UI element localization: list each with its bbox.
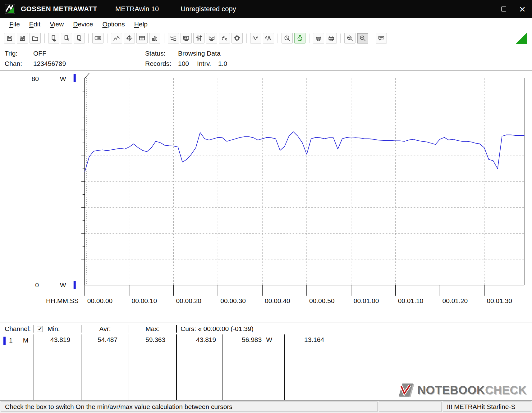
min-header-cell: ✓ Min: bbox=[34, 325, 81, 333]
memory-read-icon bbox=[234, 35, 241, 42]
min-value: 43.819 bbox=[34, 334, 81, 400]
trig-value: OFF bbox=[33, 48, 46, 58]
svg-text:00:01:30: 00:01:30 bbox=[487, 297, 512, 304]
crosshair-cursor-button[interactable] bbox=[124, 33, 135, 43]
status-label: Status: bbox=[145, 48, 178, 58]
maximize-icon bbox=[501, 7, 506, 11]
cursor-header: Curs: « 00:00:00 (-01:39) bbox=[176, 325, 532, 333]
menu-item-options[interactable]: Options bbox=[98, 19, 129, 30]
menu-item-edit[interactable]: Edit bbox=[25, 19, 45, 30]
print-icon bbox=[328, 35, 335, 42]
save-all-icon bbox=[19, 35, 26, 42]
data-transfer-icon bbox=[170, 35, 177, 42]
trigger-channel-info: Trig: OFF Chan: 123456789 bbox=[5, 48, 145, 70]
time-zoom-button[interactable] bbox=[282, 33, 293, 43]
chart-panel[interactable]: 00:00:0000:00:1000:00:2000:00:3000:00:40… bbox=[0, 70, 532, 323]
close-button[interactable]: × bbox=[513, 0, 532, 18]
statusbar-spacer bbox=[379, 402, 442, 412]
menu-item-file[interactable]: File bbox=[5, 19, 25, 30]
gossen-metrawatt-logo bbox=[5, 3, 16, 15]
device-settings-button[interactable] bbox=[181, 33, 192, 43]
print-preview-button[interactable] bbox=[313, 33, 324, 43]
zoom-horizontal-button[interactable] bbox=[344, 33, 355, 43]
avr-value: 54.487 bbox=[81, 334, 129, 400]
timer-icon bbox=[296, 35, 303, 42]
waveform-small-button[interactable] bbox=[250, 33, 261, 43]
menu-item-help[interactable]: Help bbox=[130, 19, 152, 30]
minmax-checkbox[interactable]: ✓ bbox=[37, 326, 43, 332]
statusbar-message: Check the box to switch On the min/avr/m… bbox=[1, 402, 378, 412]
records-status-info: Status: Browsing Data Records: 100 Intrv… bbox=[145, 48, 227, 70]
toolbar-separator bbox=[372, 34, 372, 43]
data-transfer-button[interactable] bbox=[168, 33, 179, 43]
device-settings-icon bbox=[183, 35, 190, 42]
export-meter-button[interactable] bbox=[74, 33, 85, 43]
waveform-small-icon bbox=[252, 35, 259, 42]
timer-button[interactable] bbox=[294, 33, 305, 43]
connection-indicator-icon bbox=[516, 32, 527, 44]
zoom-horizontal-icon bbox=[346, 35, 353, 42]
function-fx-button[interactable] bbox=[219, 33, 230, 43]
cursor2-unit: W bbox=[266, 336, 272, 343]
print-preview-icon bbox=[315, 35, 322, 42]
menu-item-device[interactable]: Device bbox=[68, 19, 98, 30]
app-window: GOSSEN METRAWATT METRAwin 10 Unregistere… bbox=[0, 0, 532, 413]
tooltip-help-button[interactable] bbox=[376, 33, 387, 43]
status-value: Browsing Data bbox=[178, 48, 221, 58]
export-table-button[interactable] bbox=[61, 33, 72, 43]
svg-text:W: W bbox=[60, 281, 66, 288]
export-table-icon bbox=[63, 35, 70, 42]
minimize-button[interactable] bbox=[476, 0, 494, 18]
toolbar-separator bbox=[44, 34, 45, 43]
max-header: Max: bbox=[129, 325, 176, 333]
window-controls: × bbox=[476, 0, 532, 18]
time-zoom-icon bbox=[284, 35, 291, 42]
open-button[interactable] bbox=[30, 33, 41, 43]
table-view-icon bbox=[139, 35, 145, 42]
graph-view-button[interactable] bbox=[111, 33, 122, 43]
toolbar-separator bbox=[88, 34, 89, 43]
table-view-button[interactable] bbox=[136, 33, 148, 43]
notebookcheck-text: NOTEBOOKCHECK bbox=[417, 384, 527, 397]
save-icon bbox=[6, 35, 13, 42]
export-text-button[interactable] bbox=[48, 33, 59, 43]
channel-settings-button[interactable] bbox=[193, 33, 204, 43]
histogram-view-button[interactable] bbox=[149, 33, 160, 43]
toolbar-separator bbox=[164, 34, 164, 43]
statusbar-device: !!! METRAHit Starline-S bbox=[443, 402, 531, 412]
print-button[interactable] bbox=[326, 33, 337, 43]
lcd-display-button[interactable] bbox=[92, 33, 103, 43]
memory-read-button[interactable] bbox=[232, 33, 243, 43]
menu-item-view[interactable]: View bbox=[45, 19, 68, 30]
svg-text:00:00:50: 00:00:50 bbox=[309, 297, 335, 304]
channel-mode: M bbox=[23, 337, 29, 344]
monitor-display-button[interactable] bbox=[206, 33, 217, 43]
save-all-button[interactable] bbox=[17, 33, 28, 43]
zoom-cursor-button[interactable] bbox=[357, 33, 368, 43]
svg-text:00:01:00: 00:01:00 bbox=[354, 297, 379, 304]
svg-text:00:00:40: 00:00:40 bbox=[265, 297, 290, 304]
lcd-display-icon bbox=[94, 35, 101, 42]
svg-text:0: 0 bbox=[35, 281, 39, 288]
license-status: Unregistered copy bbox=[181, 5, 236, 13]
power-line-chart[interactable]: 00:00:0000:00:1000:00:2000:00:3000:00:40… bbox=[0, 71, 532, 323]
save-button[interactable] bbox=[4, 33, 15, 43]
status-info-panel: Trig: OFF Chan: 123456789 Status: Browsi… bbox=[0, 46, 532, 70]
trig-label: Trig: bbox=[5, 48, 33, 58]
function-fx-icon bbox=[221, 35, 228, 42]
zoom-cursor-icon bbox=[359, 35, 366, 42]
monitor-display-icon bbox=[208, 35, 215, 42]
close-icon: × bbox=[519, 4, 525, 14]
svg-text:80: 80 bbox=[32, 75, 39, 82]
menu-bar: File Edit View Device Options Help bbox=[0, 18, 532, 31]
maximize-button[interactable] bbox=[494, 0, 513, 18]
open-icon bbox=[32, 35, 39, 42]
minimize-icon bbox=[483, 9, 488, 9]
graph-view-icon bbox=[113, 35, 120, 42]
export-meter-icon bbox=[76, 35, 83, 42]
svg-text:00:00:10: 00:00:10 bbox=[132, 297, 157, 304]
status-bar: Check the box to switch On the min/avr/m… bbox=[0, 400, 532, 413]
avr-header: Avr: bbox=[81, 325, 129, 333]
waveform-large-button[interactable] bbox=[263, 33, 274, 43]
chan-value: 123456789 bbox=[33, 58, 66, 69]
